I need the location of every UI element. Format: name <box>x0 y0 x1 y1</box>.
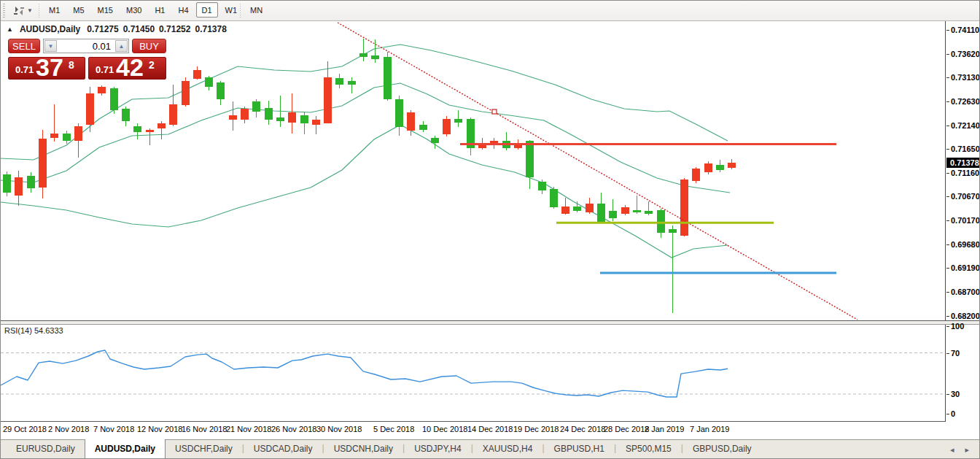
price-tick-label: 0.71160 <box>951 169 979 177</box>
candle-body <box>586 204 594 212</box>
lot-decrease-button[interactable]: ▼ <box>44 40 57 52</box>
price-tick-label: 0.73130 <box>951 73 980 82</box>
candle-body <box>657 210 665 233</box>
caret-down-icon: ▼ <box>48 43 54 50</box>
candle-body <box>645 211 653 214</box>
price-tick-label: 0.69190 <box>951 263 980 272</box>
tab-scroll-arrows[interactable]: ◂ ▸ <box>950 445 973 455</box>
buy-price-button[interactable]: 0.71 42 2 <box>88 57 166 80</box>
descending-trendline[interactable] <box>338 23 858 320</box>
timeframe-button-m5[interactable]: M5 <box>67 2 90 18</box>
candle-body <box>110 88 118 110</box>
candle-body <box>371 55 379 59</box>
timeframe-button-m1[interactable]: M1 <box>43 2 66 18</box>
candle-body <box>431 138 439 143</box>
buy-pipette: 2 <box>149 59 155 71</box>
chart-shift-icon <box>13 6 25 16</box>
candle-body <box>407 112 415 131</box>
timeframe-button-h1[interactable]: H1 <box>149 2 171 18</box>
candle-body <box>692 169 700 181</box>
timeframe-button-mn[interactable]: MN <box>244 2 268 18</box>
low-value: 0.71252 <box>159 24 190 34</box>
mt4-window: ▼ M1M5M15M30H1H4D1W1MN ▲ AUDUSD,Daily 0.… <box>0 0 980 459</box>
date-label: 7 Nov 2018 <box>93 425 134 433</box>
chart-tab-gbpusd-daily[interactable]: GBPUSD,Daily <box>683 440 761 459</box>
timeframe-button-h4[interactable]: H4 <box>172 2 194 18</box>
trendline-anchor-marker[interactable] <box>492 109 497 114</box>
date-axis[interactable]: 29 Oct 20182 Nov 20187 Nov 201812 Nov 20… <box>1 422 980 439</box>
candle-body <box>716 165 724 170</box>
date-label: 10 Dec 2018 <box>422 425 467 433</box>
candle-body <box>597 204 605 222</box>
date-label: 28 Dec 2018 <box>604 425 649 433</box>
price-axis[interactable]: 0.71378 0.741100.736200.731300.726300.72… <box>945 21 980 320</box>
date-label: 30 Nov 2018 <box>316 425 362 433</box>
rsi-axis[interactable]: 10070300 <box>945 325 980 422</box>
candle-body <box>538 182 546 190</box>
lot-increase-button[interactable]: ▲ <box>115 40 128 52</box>
candle-body <box>573 207 581 211</box>
candle-body <box>359 53 368 57</box>
one-click-toggle-icon[interactable]: ▲ <box>7 26 13 33</box>
candle-body <box>621 207 629 214</box>
candle-body <box>217 82 225 99</box>
chart-tab-sp500[interactable]: SP500,M15 <box>616 440 681 459</box>
candle-body <box>680 180 688 236</box>
price-tick-label: 0.70670 <box>951 192 980 201</box>
candle-body <box>63 134 71 141</box>
sell-price-button[interactable]: 0.71 37 8 <box>8 57 85 80</box>
current-price-badge: 0.71378 <box>946 158 980 168</box>
chart-tab-usdcnh-daily[interactable]: USDCNH,Daily <box>324 440 402 459</box>
candle-body <box>241 109 249 120</box>
rsi-indicator-label: RSI(14) 54.6333 <box>4 326 63 335</box>
sell-pipette: 8 <box>69 59 74 71</box>
timeframe-button-m15[interactable]: M15 <box>92 2 119 18</box>
chevron-down-icon[interactable]: ▼ <box>27 8 33 14</box>
toolbar-grip[interactable] <box>3 4 5 18</box>
toolbar-separator <box>39 4 39 18</box>
candle-body <box>728 163 736 168</box>
chart-shift-button[interactable]: ▼ <box>11 3 40 19</box>
candle-body <box>15 177 23 196</box>
chart-tab-usdchf-daily[interactable]: USDCHF,Daily <box>166 440 242 459</box>
date-label: 26 Nov 2018 <box>271 425 316 433</box>
candle-body <box>288 112 296 123</box>
candle-body <box>633 210 641 212</box>
buy-button[interactable]: BUY <box>132 39 166 53</box>
chart-tab-xauusd[interactable]: XAUUSD,H4 <box>473 440 542 459</box>
date-label: 29 Oct 2018 <box>3 425 47 433</box>
candle-body <box>348 81 356 85</box>
chart-tab-eurusd-daily[interactable]: EURUSD,Daily <box>7 440 85 459</box>
close-value: 0.71378 <box>195 24 226 34</box>
chart-tab-usdcad-daily[interactable]: USDCAD,Daily <box>244 440 322 459</box>
main-chart-pane[interactable]: ▲ AUDUSD,Daily 0.71275 0.71450 0.71252 0… <box>1 21 980 320</box>
price-tick-label: 0.71650 <box>951 144 980 153</box>
lot-size-field[interactable]: ▼ 0.01 ▲ <box>43 39 129 53</box>
chart-title: ▲ AUDUSD,Daily 0.71275 0.71450 0.71252 0… <box>7 24 227 34</box>
price-tick-label: 0.70170 <box>951 216 980 225</box>
candle-body <box>324 77 332 123</box>
candle-body <box>27 176 35 188</box>
rsi-tick-label: 30 <box>951 390 960 398</box>
candle-body <box>609 211 617 218</box>
date-label: 16 Nov 2018 <box>182 425 227 433</box>
sell-button[interactable]: SELL <box>8 39 40 53</box>
price-tick-label: 0.73620 <box>951 50 980 58</box>
candle-body <box>205 77 213 87</box>
timeframe-button-m30[interactable]: M30 <box>120 2 147 18</box>
chart-tab-usdjpy[interactable]: USDJPY,H4 <box>405 440 470 459</box>
price-tick-label: 0.68700 <box>951 288 980 296</box>
candle-body <box>229 115 237 120</box>
price-tick-label: 0.72630 <box>951 97 980 106</box>
candle-body <box>561 207 569 214</box>
chart-tab-audusd-daily[interactable]: AUDUSD,Daily <box>85 439 166 459</box>
timeframe-button-d1[interactable]: D1 <box>196 2 218 18</box>
open-value: 0.71275 <box>87 24 118 34</box>
candle-body <box>146 130 154 132</box>
candle-body <box>669 229 677 233</box>
candle-body <box>3 174 11 193</box>
chart-tab-gbpusd[interactable]: GBPUSD,H1 <box>545 440 614 459</box>
candle-body <box>39 139 47 188</box>
candle-body <box>312 120 320 125</box>
lot-size-value[interactable]: 0.01 <box>93 41 111 52</box>
